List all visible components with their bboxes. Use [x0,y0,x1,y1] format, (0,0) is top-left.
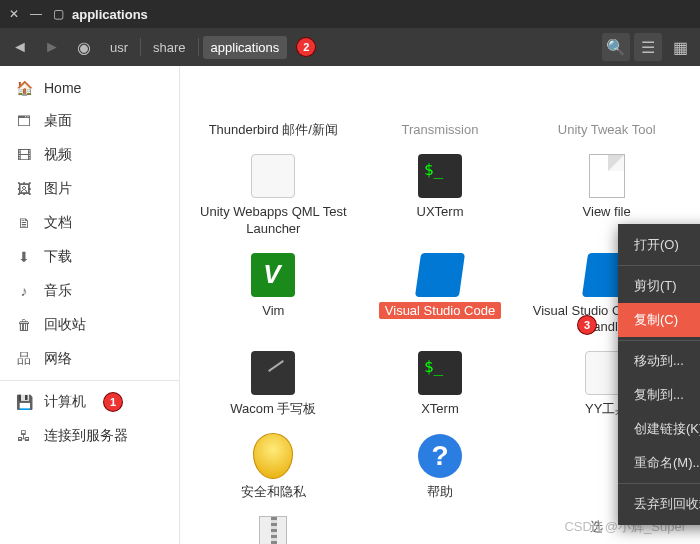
home-icon: 🏠 [16,80,32,96]
sidebar-item-computer[interactable]: 💾 计算机 1 [0,385,179,419]
app-unity-webapps[interactable]: Unity Webapps QML Test Launcher [190,148,357,241]
network-icon: 品 [16,351,32,367]
ctx-copy-to[interactable]: 复制到... [618,378,700,412]
sidebar-item-music[interactable]: ♪ 音乐 [0,274,179,308]
view-grid-icon[interactable]: ▦ [666,33,694,61]
context-menu: 打开(O) 剪切(T) 复制(C) 移动到... 复制到... 创建链接(K) … [618,224,700,525]
sidebar-item-connect-server[interactable]: 🖧 连接到服务器 [0,419,179,453]
sidebar-item-label: 图片 [44,180,72,198]
toolbar: ◄ ► ◉ usr share applications 2 🔍 ☰ ▦ [0,28,700,66]
sidebar: 🏠 Home 🗔 桌面 🎞 视频 🖼 图片 🗎 文档 ⬇ 下载 ♪ 音乐 🗑 [0,66,180,544]
sidebar-item-network[interactable]: 品 网络 [0,342,179,376]
videos-icon: 🎞 [16,147,32,163]
view-list-icon[interactable]: ☰ [634,33,662,61]
breadcrumb-usr[interactable]: usr [102,36,136,59]
server-icon: 🖧 [16,428,32,444]
computer-icon: 💾 [16,394,32,410]
breadcrumb-share[interactable]: share [145,36,194,59]
sidebar-item-downloads[interactable]: ⬇ 下载 [0,240,179,274]
sidebar-item-label: 音乐 [44,282,72,300]
sidebar-item-label: 计算机 [44,393,86,411]
sidebar-item-trash[interactable]: 🗑 回收站 [0,308,179,342]
desktop-icon: 🗔 [16,113,32,129]
sidebar-item-label: 网络 [44,350,72,368]
app-transmission[interactable]: Transmission [357,66,524,142]
annotation-badge-3: 3 [578,316,596,334]
ctx-create-link[interactable]: 创建链接(K) [618,412,700,446]
documents-icon: 🗎 [16,215,32,231]
ctx-open[interactable]: 打开(O) [618,228,700,262]
breadcrumb-applications[interactable]: applications [203,36,288,59]
app-xterm[interactable]: XTerm [357,345,524,421]
app-security-privacy[interactable]: 安全和隐私 [190,428,357,504]
sidebar-item-pictures[interactable]: 🖼 图片 [0,172,179,206]
content-area: Thunderbird 邮件/新闻 Transmission Unity Twe… [180,66,700,544]
trash-icon: 🗑 [16,317,32,333]
annotation-badge-1: 1 [104,393,122,411]
sidebar-item-documents[interactable]: 🗎 文档 [0,206,179,240]
ctx-move-to-trash[interactable]: 丢弃到回收站(V) [618,487,700,521]
app-uxterm[interactable]: UXTerm [357,148,524,241]
titlebar: ✕ — ▢ applications [0,0,700,28]
maximize-icon[interactable]: ▢ [50,6,66,22]
app-vscode[interactable]: Visual Studio Code [357,247,524,340]
window-title: applications [72,7,148,22]
sidebar-item-label: 下载 [44,248,72,266]
sidebar-item-videos[interactable]: 🎞 视频 [0,138,179,172]
ctx-copy[interactable]: 复制(C) [618,303,700,337]
app-backup[interactable]: 备份 [190,510,357,544]
downloads-icon: ⬇ [16,249,32,265]
minimize-icon[interactable]: — [28,6,44,22]
back-button[interactable]: ◄ [6,33,34,61]
sidebar-item-home[interactable]: 🏠 Home [0,72,179,104]
app-thunderbird[interactable]: Thunderbird 邮件/新闻 [190,66,357,142]
sidebar-item-label: 连接到服务器 [44,427,128,445]
app-unity-tweak[interactable]: Unity Tweak Tool [523,66,690,142]
sidebar-item-desktop[interactable]: 🗔 桌面 [0,104,179,138]
disk-icon[interactable]: ◉ [70,33,98,61]
app-wacom[interactable]: Wacom 手写板 [190,345,357,421]
app-vim[interactable]: Vim [190,247,357,340]
app-help[interactable]: ?帮助 [357,428,524,504]
annotation-badge-2: 2 [297,38,315,56]
pictures-icon: 🖼 [16,181,32,197]
ctx-cut[interactable]: 剪切(T) [618,269,700,303]
ctx-move-to[interactable]: 移动到... [618,344,700,378]
sidebar-item-label: Home [44,80,81,96]
music-icon: ♪ [16,283,32,299]
sidebar-item-label: 桌面 [44,112,72,130]
forward-button[interactable]: ► [38,33,66,61]
ctx-rename[interactable]: 重命名(M)... [618,446,700,480]
sidebar-item-label: 回收站 [44,316,86,334]
close-icon[interactable]: ✕ [6,6,22,22]
sidebar-item-label: 视频 [44,146,72,164]
sidebar-item-label: 文档 [44,214,72,232]
search-icon[interactable]: 🔍 [602,33,630,61]
